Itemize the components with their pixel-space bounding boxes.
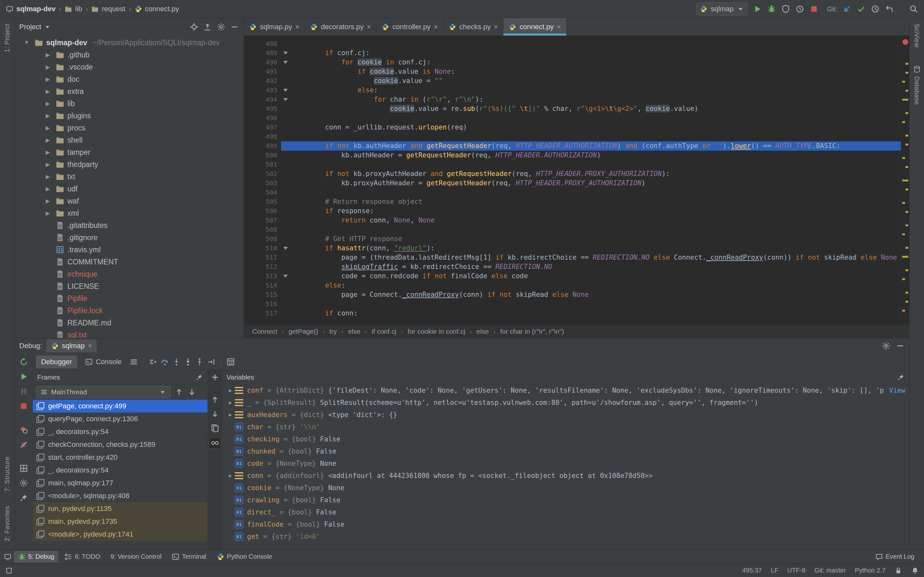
variable-row[interactable]: direct_ = {bool} False [222, 506, 909, 518]
code-line[interactable]: 492 cookie.value = "" [244, 76, 901, 85]
stack-frame[interactable]: <module>, pydevd.py:1741 [33, 528, 208, 541]
status-item[interactable]: LF [771, 567, 779, 574]
stripe-mark[interactable] [905, 211, 908, 213]
stripe-mark[interactable] [905, 189, 908, 190]
stripe-database[interactable]: Database [913, 76, 921, 105]
code-breadcrumb-item[interactable]: else [348, 327, 360, 335]
fold-marker-icon[interactable] [281, 58, 291, 67]
thread-dropdown[interactable]: MainThread [36, 386, 171, 398]
editor-tab[interactable]: sqlmap.py [244, 18, 305, 35]
code-line[interactable]: 509 # Get HTTP response [244, 234, 901, 243]
close-icon[interactable] [295, 23, 299, 31]
pause-program-icon[interactable] [19, 387, 28, 396]
tree-item-folder[interactable]: ▶ udf [15, 183, 244, 195]
stripe-mark[interactable] [905, 143, 908, 145]
stripe-mark[interactable] [902, 99, 908, 101]
notifications-icon[interactable] [911, 567, 919, 574]
step-out-icon[interactable] [195, 358, 204, 366]
expand-icon[interactable]: ▶ [226, 473, 235, 479]
line-number[interactable]: 491 [244, 67, 281, 76]
code-line[interactable]: 514 else: [244, 281, 901, 290]
variable-row[interactable]: finalCode = {bool} False [222, 518, 909, 530]
line-number[interactable]: 516 [244, 300, 281, 309]
breadcrumb-item[interactable]: lib [65, 5, 82, 13]
line-number[interactable]: 507 [244, 216, 281, 225]
breadcrumb-item[interactable]: sqlmap-dev [6, 5, 55, 13]
line-number[interactable]: 506 [244, 206, 281, 216]
code-line[interactable]: 490 for cookie in conf.cj: [244, 58, 901, 67]
toolwindow-switcher-icon[interactable] [4, 553, 11, 561]
tree-item-folder[interactable]: ▶ waf [15, 195, 244, 207]
tree-item-folder[interactable]: ▶ plugins [15, 110, 244, 122]
variable-row[interactable]: ▶conf = {AttribDict} {'fileDest': None, … [222, 384, 909, 396]
code-line[interactable]: 493 else: [244, 85, 901, 95]
search-everywhere-button-icon[interactable] [909, 5, 918, 13]
expand-icon[interactable]: ▶ [226, 388, 235, 393]
fold-marker-icon[interactable] [281, 85, 291, 95]
code-line[interactable]: 501 [244, 160, 901, 169]
line-number[interactable]: 496 [244, 113, 281, 123]
fold-marker-icon[interactable] [281, 48, 291, 58]
code-line[interactable]: 498 [244, 132, 901, 141]
line-number[interactable]: 501 [244, 160, 281, 169]
variable-row[interactable]: crawling = {bool} False [222, 494, 909, 506]
step-over-icon[interactable] [160, 358, 170, 366]
code-line[interactable]: 511 page = (threadData.lastRedirectMsg[1… [244, 253, 901, 262]
scroll-up-icon[interactable] [210, 395, 220, 404]
stack-frame[interactable]: <module>, sqlmap.py:408 [33, 490, 208, 502]
variable-row[interactable]: ▶_ = {SplitResult} SplitResult(scheme=u'… [222, 396, 909, 409]
toolwindow-button-terminal[interactable]: Terminal [168, 551, 210, 562]
stack-frame[interactable]: _, decorators.py:54 [33, 425, 208, 438]
stop-program-icon[interactable] [19, 402, 28, 411]
line-number[interactable]: 497 [244, 123, 281, 132]
run-to-cursor-icon[interactable] [207, 358, 216, 366]
stack-frame[interactable]: start, controller.py:420 [33, 451, 208, 464]
tree-item-file[interactable]: echnique [15, 268, 244, 280]
code-line[interactable]: 497 conn = _urllib.request.urlopen(req) [244, 123, 901, 132]
tree-item-file[interactable]: .travis.yml [15, 243, 244, 256]
project-settings-icon[interactable] [216, 23, 226, 31]
run-button-icon[interactable] [753, 5, 762, 13]
stripe-mark[interactable] [905, 135, 908, 137]
debug-tab-console[interactable]: Console [80, 356, 127, 368]
stack-frame[interactable]: getPage, connect.py:499 [33, 400, 208, 413]
chevron-collapsed-icon[interactable]: ▶ [43, 185, 53, 192]
toolwindow-button-event-log[interactable]: Event Log [871, 551, 918, 562]
code-line[interactable]: 508 [244, 225, 901, 234]
commit-button-icon[interactable] [857, 5, 866, 13]
code-line[interactable]: 505 # Return response object [244, 197, 901, 206]
variable-row[interactable]: char = {str} '\\n' [222, 421, 909, 433]
variable-row[interactable]: ▶auxHeaders = {dict} <type 'dict'>: {} [222, 409, 909, 421]
debug-settings-icon[interactable] [882, 342, 891, 350]
status-item[interactable]: 495:37 [742, 567, 762, 574]
tree-item-file[interactable]: .gitattributes [15, 219, 244, 231]
tree-item-folder[interactable]: ▶ shell [15, 134, 244, 146]
editor-tab[interactable]: checks.py [443, 18, 504, 35]
line-number[interactable]: 495 [244, 104, 281, 113]
mute-breakpoints-icon[interactable] [19, 440, 28, 449]
chevron-down-icon[interactable] [44, 23, 51, 31]
next-frame-icon[interactable] [187, 388, 196, 396]
tree-item-folder[interactable]: ▶ thirdparty [15, 158, 244, 171]
variable-row[interactable]: code = {NoneType} None [222, 458, 909, 470]
show-history-button-icon[interactable] [871, 5, 880, 13]
line-number[interactable]: 505 [244, 197, 281, 206]
code-line[interactable]: 494 for char in (r"\r", r"\n"): [244, 95, 901, 104]
chevron-collapsed-icon[interactable]: ▶ [43, 64, 53, 71]
tree-item-file[interactable]: .gitignore [15, 231, 244, 243]
chevron-collapsed-icon[interactable]: ▶ [43, 149, 53, 156]
tree-item-file[interactable]: README.md [15, 317, 244, 329]
expand-icon[interactable]: ▶ [226, 400, 235, 406]
debug-session-tab[interactable]: sqlmap [47, 340, 97, 352]
code-line[interactable]: 488 [244, 39, 901, 48]
close-icon[interactable] [494, 23, 498, 31]
code-line[interactable]: 504 [244, 188, 901, 197]
tree-item-folder[interactable]: ▶ tamper [15, 146, 244, 158]
chevron-collapsed-icon[interactable]: ▶ [43, 100, 53, 107]
editor-tab[interactable]: decorators.py [305, 18, 376, 35]
line-number[interactable]: 502 [244, 169, 281, 179]
code-line[interactable]: 500 kb.authHeader = getRequestHeader(req… [244, 151, 901, 160]
stripe-mark[interactable] [902, 179, 908, 181]
breadcrumb-item[interactable]: connect.py [134, 5, 179, 13]
line-number[interactable]: 509 [244, 234, 281, 243]
